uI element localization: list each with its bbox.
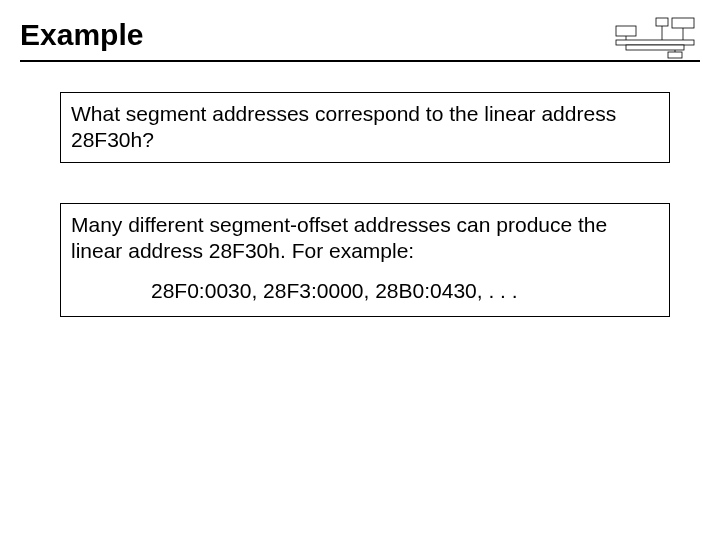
slide-content: What segment addresses correspond to the… xyxy=(0,62,720,317)
answer-addresses: 28F0:0030, 28F3:0000, 28B0:0430, . . . xyxy=(151,278,659,304)
svg-rect-2 xyxy=(672,18,694,28)
question-box: What segment addresses correspond to the… xyxy=(60,92,670,163)
svg-rect-4 xyxy=(626,45,684,50)
svg-rect-1 xyxy=(656,18,668,26)
slide: Example What segment addresses correspon… xyxy=(0,0,720,540)
answer-box: Many different segment-offset addresses … xyxy=(60,203,670,318)
answer-intro: Many different segment-offset addresses … xyxy=(71,212,659,265)
header-divider xyxy=(20,60,700,62)
architecture-diagram-icon xyxy=(614,16,700,60)
slide-header: Example xyxy=(0,0,720,62)
svg-rect-0 xyxy=(616,26,636,36)
svg-rect-3 xyxy=(616,40,694,45)
svg-rect-5 xyxy=(668,52,682,58)
question-text: What segment addresses correspond to the… xyxy=(71,102,616,151)
slide-title: Example xyxy=(20,18,700,52)
